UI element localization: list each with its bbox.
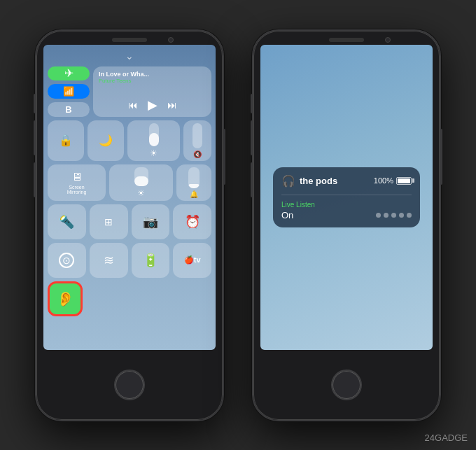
scene: ⌄ ✈ 📶 B: [0, 0, 476, 450]
brightness-sun-icon: ☀: [137, 188, 145, 198]
left-screen: ⌄ ✈ 📶 B: [43, 45, 216, 350]
iphone-top: [36, 31, 223, 42]
do-not-disturb-button[interactable]: 🌙: [88, 120, 124, 161]
live-listen-on-status: On: [281, 210, 293, 220]
battery-widget[interactable]: 🔋: [132, 243, 170, 278]
headphone-device-name: the pods: [300, 176, 337, 186]
headphone-battery: 100%: [374, 176, 412, 185]
left-iphone: ⌄ ✈ 📶 B: [35, 29, 224, 421]
music-title: In Love or Wha...: [99, 71, 206, 78]
screen-mirroring-button[interactable]: 🖥 ScreenMirroring: [48, 164, 106, 201]
headphone-top-row: 🎧 the pods 100%: [273, 167, 420, 195]
flashlight-button[interactable]: 🔦: [48, 204, 86, 239]
live-listen-button[interactable]: 👂: [48, 281, 83, 316]
audio-waveform-button[interactable]: ≋: [90, 243, 128, 278]
camera-button[interactable]: 📷: [132, 204, 170, 239]
mute-icon: 🔇: [193, 150, 202, 158]
cc-connectivity-icons: ✈ 📶 B: [48, 66, 90, 117]
right-home-button[interactable]: [331, 370, 362, 400]
headphone-device-icon: 🎧: [281, 174, 295, 188]
chevron-icon[interactable]: ⌄: [48, 50, 211, 62]
right-front-camera: [385, 37, 391, 43]
wifi-icon: 📶: [63, 86, 74, 97]
screen-record-button[interactable]: ⊙: [48, 243, 86, 278]
cc-row-display: 🔒 🌙 ☀ 🔇: [48, 120, 211, 161]
right-mute-switch: [251, 94, 253, 113]
dot-4: [399, 213, 404, 218]
right-iphone-top: [253, 31, 440, 42]
sound-fill: [188, 184, 200, 188]
headphone-bottom-row: Live Listen On: [273, 195, 420, 227]
brightness-control-large[interactable]: ☀: [109, 164, 173, 201]
volume-down-button: [34, 162, 36, 197]
headphone-name-group: 🎧 the pods: [281, 174, 337, 188]
music-player-widget: In Love or Wha... Future Teens ⏮ ▶ ⏭: [93, 66, 211, 117]
music-artist: Future Teens: [99, 78, 206, 84]
right-iphone: 🎧 the pods 100% Live Listen: [252, 29, 441, 421]
live-listen-dots: [376, 213, 412, 218]
right-iphone-bottom: [331, 350, 362, 420]
play-pause-button[interactable]: ▶: [148, 97, 158, 113]
timer-icon: ⏰: [185, 214, 200, 230]
sound-icon: 🔔: [190, 190, 198, 198]
ear-icon: 👂: [57, 290, 74, 307]
right-power-button: [440, 129, 442, 185]
music-controls: ⏮ ▶ ⏭: [99, 97, 206, 113]
calculator-icon: ⊞: [104, 216, 113, 227]
cc-row-mirroring: 🖥 ScreenMirroring ☀ 🔔: [48, 164, 211, 201]
bluetooth-button[interactable]: B: [48, 102, 90, 117]
live-listen-on-row: On: [281, 210, 412, 220]
prev-track-button[interactable]: ⏮: [128, 99, 138, 111]
brightness-fill-large: [134, 176, 148, 186]
dot-3: [391, 213, 396, 218]
moon-icon: 🌙: [99, 134, 113, 147]
home-button[interactable]: [114, 370, 145, 400]
battery-icon: [396, 177, 412, 185]
rotation-lock-icon: 🔒: [59, 134, 73, 147]
right-volume-down: [251, 162, 253, 197]
calculator-button[interactable]: ⊞: [90, 204, 128, 239]
battery-widget-icon: 🔋: [143, 253, 158, 268]
brightness-slider[interactable]: ☀: [127, 120, 180, 161]
rotation-lock-button[interactable]: 🔒: [48, 120, 84, 161]
flashlight-icon: 🔦: [59, 214, 74, 230]
volume-slider[interactable]: 🔇: [183, 120, 211, 161]
right-screen: 🎧 the pods 100% Live Listen: [260, 45, 433, 350]
brightness-track-large: [134, 167, 148, 186]
right-volume-up: [251, 120, 253, 155]
cc-row-connectivity-music: ✈ 📶 B In Love or Wha... Future Teens: [48, 66, 211, 117]
screen-record-icon: ⊙: [59, 253, 74, 268]
wifi-button[interactable]: 📶: [48, 84, 90, 99]
cc-row-media: ⊙ ≋ 🔋 🍎tv: [48, 243, 211, 278]
power-button: [223, 129, 225, 185]
volume-up-button: [34, 120, 36, 155]
camera-icon: 📷: [143, 214, 158, 230]
screen-mirroring-label: ScreenMirroring: [67, 185, 87, 195]
sound-track: [188, 167, 200, 188]
right-earpiece: [329, 38, 364, 42]
front-camera: [168, 37, 174, 43]
apple-tv-button[interactable]: 🍎tv: [173, 243, 211, 278]
headphone-battery-percent: 100%: [374, 176, 393, 185]
bluetooth-icon: B: [65, 104, 71, 115]
next-track-button[interactable]: ⏭: [167, 99, 177, 111]
brightness-icon: ☀: [150, 148, 158, 158]
screen-mirroring-icon: 🖥: [71, 171, 83, 183]
airplane-mode-button[interactable]: ✈: [48, 66, 90, 81]
dot-2: [384, 213, 388, 218]
right-bg: 🎧 the pods 100% Live Listen: [260, 45, 433, 350]
live-listen-label: Live Listen: [281, 201, 412, 209]
volume-track: [192, 123, 202, 148]
waveform-icon: ≋: [104, 253, 114, 268]
apple-tv-icon: 🍎tv: [184, 255, 201, 265]
sound-control[interactable]: 🔔: [176, 164, 211, 201]
timer-button[interactable]: ⏰: [173, 204, 211, 239]
cc-row-live-listen: 👂: [48, 281, 211, 316]
watermark: 24GADGE: [425, 433, 468, 443]
cc-row-tools: 🔦 ⊞ 📷 ⏰: [48, 204, 211, 239]
battery-fill: [398, 178, 410, 183]
earpiece-speaker: [112, 38, 147, 42]
dot-5: [407, 213, 412, 218]
control-center: ⌄ ✈ 📶 B: [43, 45, 216, 350]
brightness-track: [149, 123, 159, 146]
